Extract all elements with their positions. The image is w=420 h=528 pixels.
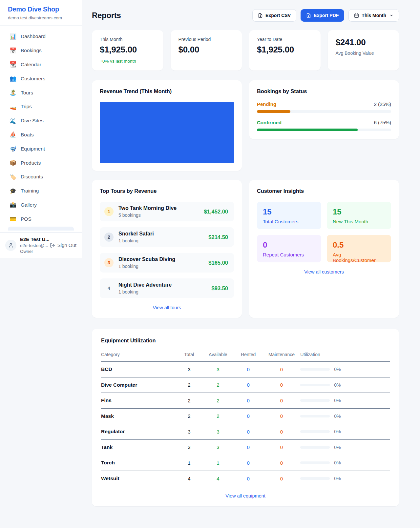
view-all-equipment-link[interactable]: View all equipment bbox=[101, 493, 390, 498]
sidebar-item-label: Boats bbox=[21, 132, 34, 138]
cell-total: 3 bbox=[176, 439, 202, 455]
cell-total: 2 bbox=[176, 408, 202, 424]
cell-utilization: 0% bbox=[300, 424, 390, 440]
person-icon bbox=[8, 242, 14, 248]
utilization-percent: 0% bbox=[334, 476, 341, 481]
tile-label: Repeat Customers bbox=[263, 252, 315, 257]
avatar bbox=[5, 240, 16, 251]
rank-badge: 1 bbox=[104, 207, 114, 216]
customer-insights-title: Customer Insights bbox=[257, 188, 391, 194]
cell-maintenance: 0 bbox=[263, 439, 300, 455]
period-dropdown[interactable]: This Month bbox=[348, 9, 399, 22]
sidebar-item-customers[interactable]: 👥 Customers bbox=[4, 71, 78, 86]
cell-total: 3 bbox=[176, 362, 202, 377]
sidebar-item-label: Dashboard bbox=[21, 33, 46, 39]
table-row: Fins 2 2 0 0 0% bbox=[101, 393, 390, 409]
cell-maintenance: 0 bbox=[263, 471, 300, 486]
sidebar-item-pos[interactable]: 💳 POS bbox=[4, 212, 78, 226]
sailboat-icon: ⛵ bbox=[10, 131, 16, 138]
export-csv-button[interactable]: Export CSV bbox=[252, 9, 296, 22]
sign-out-button[interactable]: Sign Out bbox=[50, 242, 76, 248]
tag-icon: 🏷️ bbox=[10, 173, 16, 180]
table-row: Mask 2 2 0 0 0% bbox=[101, 408, 390, 424]
column-header-available: Available bbox=[202, 349, 234, 362]
utilization-percent: 0% bbox=[334, 382, 341, 388]
sidebar-item-training[interactable]: 🎓 Training bbox=[4, 184, 78, 198]
graduation-cap-icon: 🎓 bbox=[10, 188, 16, 194]
stat-value: $0.00 bbox=[178, 45, 234, 55]
status-label-confirmed: Confirmed bbox=[257, 120, 282, 125]
sidebar-item-label: Bookings bbox=[21, 48, 42, 53]
top-tours-title: Top Tours by Revenue bbox=[100, 188, 234, 194]
brand-name: Demo Dive Shop bbox=[8, 6, 74, 13]
cell-rented: 0 bbox=[234, 362, 263, 377]
sidebar-item-bookings[interactable]: 📅 Bookings bbox=[4, 44, 78, 58]
stat-delta: +0% vs last month bbox=[100, 59, 156, 64]
user-email: e2e-tester@... bbox=[20, 243, 46, 248]
sidebar-item-label: Gallery bbox=[21, 202, 37, 208]
cell-rented: 0 bbox=[234, 377, 263, 393]
insights-row: Top Tours by Revenue 1 Two Tank Morning … bbox=[92, 180, 399, 318]
credit-card-icon: 💳 bbox=[10, 215, 16, 222]
charts-row: Revenue Trend (This Month) Bookings by S… bbox=[92, 80, 399, 171]
dashboard-icon: 📊 bbox=[10, 33, 16, 40]
tour-name: Snorkel Safari bbox=[118, 231, 154, 237]
export-pdf-button[interactable]: Export PDF bbox=[301, 9, 344, 22]
utilization-percent: 0% bbox=[334, 429, 341, 434]
sidebar-item-label: Tours bbox=[21, 90, 33, 96]
tour-revenue: $1,452.00 bbox=[204, 209, 228, 215]
sidebar-item-dive-sites[interactable]: 🌊 Dive Sites bbox=[4, 114, 78, 128]
chevron-down-icon bbox=[389, 13, 393, 17]
tour-bookings: 1 booking bbox=[118, 264, 175, 269]
page-header: Reports Export CSV Export PDF bbox=[92, 9, 399, 22]
sidebar-item-gallery[interactable]: 📸 Gallery bbox=[4, 198, 78, 212]
insight-tile-repeat-customers: 0 Repeat Customers bbox=[257, 235, 321, 262]
status-row-pending: Pending 2 (25%) bbox=[257, 101, 391, 113]
cell-total: 3 bbox=[176, 424, 202, 440]
table-row: Wetsuit 4 4 0 0 0% bbox=[101, 471, 390, 486]
equipment-utilization-title: Equipment Utilization bbox=[101, 337, 390, 344]
sidebar-item-equipment[interactable]: 🤿 Equipment bbox=[4, 142, 78, 156]
customer-insights-card: Customer Insights 15 Total Customers 15 … bbox=[249, 180, 399, 318]
cell-maintenance: 0 bbox=[263, 362, 300, 377]
utilization-percent: 0% bbox=[334, 445, 341, 450]
sidebar-item-trips[interactable]: 🚤 Trips bbox=[4, 100, 78, 114]
tour-list-item: 3 Discover Scuba Diving 1 booking $165.0… bbox=[100, 253, 234, 273]
table-row: Dive Computer 2 2 0 0 0% bbox=[101, 377, 390, 393]
brand-block: Demo Dive Shop demo.test.divestreams.com bbox=[0, 0, 82, 26]
sidebar-item-discounts[interactable]: 🏷️ Discounts bbox=[4, 170, 78, 184]
cell-utilization: 0% bbox=[300, 439, 390, 455]
period-label: This Month bbox=[362, 13, 386, 18]
stat-card-this-month: This Month $1,925.00 +0% vs last month bbox=[92, 30, 163, 71]
status-value-pending: 2 (25%) bbox=[374, 101, 391, 107]
header-actions: Export CSV Export PDF This Month bbox=[252, 9, 399, 22]
sidebar-item-dashboard[interactable]: 📊 Dashboard bbox=[4, 30, 78, 44]
user-name: E2E Test U... bbox=[20, 236, 46, 242]
revenue-trend-card: Revenue Trend (This Month) bbox=[92, 80, 242, 171]
sidebar-item-partial-highlight[interactable] bbox=[8, 227, 74, 231]
sidebar-item-calendar[interactable]: 📆 Calendar bbox=[4, 58, 78, 72]
speedboat-icon: 🚤 bbox=[10, 103, 16, 110]
people-icon: 👥 bbox=[10, 75, 16, 82]
view-all-customers-link[interactable]: View all customers bbox=[257, 269, 391, 274]
stat-card-avg-booking-value: $241.00 Avg Booking Value bbox=[328, 30, 399, 71]
cell-maintenance: 0 bbox=[263, 424, 300, 440]
cell-rented: 0 bbox=[234, 408, 263, 424]
cell-category: Fins bbox=[101, 393, 176, 409]
tour-list-item: 4 Night Dive Adventure 1 booking $93.50 bbox=[100, 278, 234, 298]
sidebar-item-boats[interactable]: ⛵ Boats bbox=[4, 128, 78, 142]
view-all-tours-link[interactable]: View all tours bbox=[100, 305, 234, 310]
stat-label: This Month bbox=[100, 37, 156, 42]
cell-category: Tank bbox=[101, 439, 176, 455]
stat-card-previous-period: Previous Period $0.00 bbox=[171, 30, 242, 71]
cell-utilization: 0% bbox=[300, 455, 390, 471]
cell-utilization: 0% bbox=[300, 393, 390, 409]
sidebar-item-tours[interactable]: 🏝️ Tours bbox=[4, 86, 78, 100]
stat-label: Year to Date bbox=[257, 37, 313, 42]
column-header-total: Total bbox=[176, 349, 202, 362]
utilization-bar bbox=[300, 461, 330, 464]
tour-bookings: 1 booking bbox=[118, 289, 172, 294]
user-info: E2E Test U... e2e-tester@... Owner bbox=[20, 236, 46, 254]
calendar-icon bbox=[354, 13, 359, 18]
sidebar-item-products[interactable]: 📦 Products bbox=[4, 156, 78, 170]
